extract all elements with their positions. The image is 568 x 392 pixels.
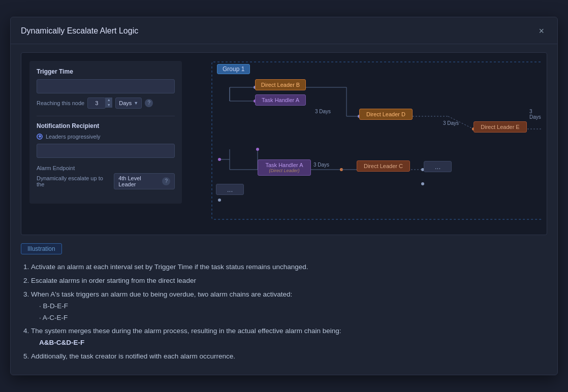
node-number-input[interactable]: 3 (87, 97, 106, 109)
notification-input[interactable] (37, 144, 175, 158)
node-task-handler-a-top: Task Handler A (255, 94, 306, 106)
desc-item-2: Escalate alarms in order starting from t… (31, 275, 547, 287)
chain1: · B-D-E-F (31, 301, 547, 312)
alarm-endpoint-label: Alarm Endpoint (37, 165, 175, 171)
edge-label-de: 3 Days (443, 120, 459, 126)
modal-title: Dynamically Escalate Alert Logic (21, 26, 138, 36)
notification-section: Notification Recipient Leaders progressi… (37, 122, 175, 158)
node-task-handler-a-bottom: Task Handler A (Direct Leader) (258, 159, 311, 176)
reaching-node-row: Reaching this node 3 ▲ ▼ Days (37, 97, 175, 109)
time-unit-select[interactable]: Days ▼ (115, 97, 142, 109)
alarm-row: Dynamically escalate up to the 4th Level… (37, 173, 175, 189)
node-direct-leader-d: Direct Leader D (359, 109, 413, 120)
radio-inner (39, 135, 41, 138)
left-panel: Trigger Time Reaching this node 3 ▲ ▼ (29, 61, 182, 204)
trigger-time-section: Trigger Time Reaching this node 3 ▲ ▼ (37, 68, 175, 109)
spin-down[interactable]: ▼ (105, 103, 112, 108)
select-arrow-icon: ▼ (134, 101, 138, 106)
desc-item-5: Additionally, the task creator is notifi… (31, 351, 547, 363)
modal: Dynamically Escalate Alert Logic × Trigg… (10, 17, 558, 376)
radio-button[interactable] (37, 134, 43, 140)
flow-area: Group 1 Direct Leader B Task Handler A 3… (189, 58, 542, 230)
trigger-time-input[interactable] (37, 79, 175, 93)
merged-chain: A&B-C&D-E-F (31, 337, 547, 349)
spin-buttons: ▲ ▼ (105, 97, 112, 109)
spin-up[interactable]: ▲ (105, 97, 112, 103)
svg-point-26 (340, 168, 343, 171)
desc-item-1: Activate an alarm at each interval set b… (31, 262, 547, 273)
node-dots-2: ... (424, 161, 452, 172)
modal-body: Trigger Time Reaching this node 3 ▲ ▼ (11, 44, 557, 375)
description: Activate an alarm at each interval set b… (21, 262, 547, 363)
svg-point-34 (218, 199, 221, 202)
dots-svg (189, 58, 542, 230)
alarm-section: Alarm Endpoint Dynamically escalate up t… (37, 165, 175, 189)
edge-label-bd: 3 Days (315, 109, 331, 114)
svg-point-33 (421, 182, 424, 185)
node-direct-leader-b: Direct Leader B (255, 79, 306, 90)
reaching-node-label: Reaching this node (37, 100, 84, 106)
radio-label: Leaders progressively (46, 134, 101, 140)
alarm-help-icon[interactable]: ? (162, 177, 170, 185)
group-label: Group 1 (217, 64, 250, 74)
help-icon[interactable]: ? (145, 99, 153, 107)
modal-header: Dynamically Escalate Alert Logic × (11, 17, 557, 44)
node-direct-leader-e: Direct Leader E (474, 121, 527, 133)
edge-label-ac: 3 Days (313, 162, 329, 168)
trigger-time-label: Trigger Time (37, 68, 175, 75)
alarm-prefix: Dynamically escalate up to the (37, 175, 111, 187)
svg-point-24 (218, 158, 221, 161)
flow-svg (189, 58, 542, 230)
illustration-tab[interactable]: Illustration (21, 243, 62, 254)
chain2: · A-C-E-F (31, 312, 547, 324)
notification-label: Notification Recipient (37, 122, 175, 129)
radio-row[interactable]: Leaders progressively (37, 134, 175, 140)
diagram-area: Trigger Time Reaching this node 3 ▲ ▼ (21, 52, 547, 235)
node-direct-leader-c: Direct Leader C (357, 160, 410, 172)
alarm-value[interactable]: 4th Level Leader ? (114, 173, 175, 189)
desc-item-3: When A's task triggers an alarm due to b… (31, 289, 547, 324)
node-dots-1: ... (216, 184, 244, 195)
edge-label-ef: 3 Days (529, 109, 542, 120)
close-button[interactable]: × (535, 25, 547, 37)
svg-point-20 (256, 148, 259, 151)
desc-item-4: The system merges these during the alarm… (31, 325, 547, 349)
